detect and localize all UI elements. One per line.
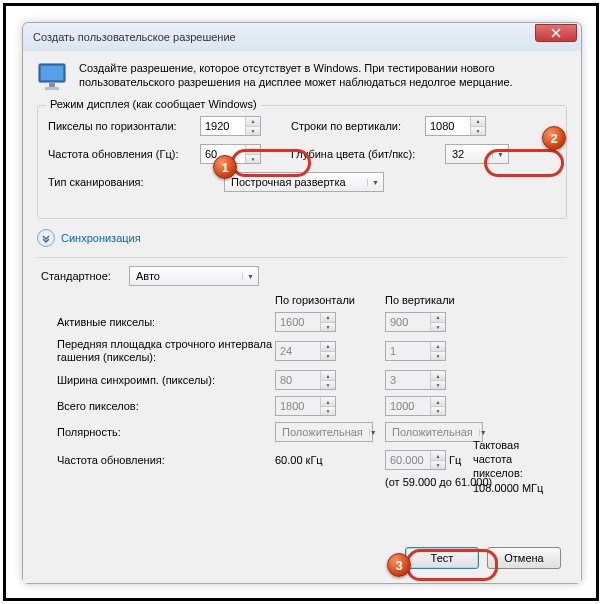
scan-select[interactable]: Построчная развертка▼ — [224, 172, 384, 192]
syncw-v-input[interactable]: ▲▼ — [385, 370, 446, 390]
refresh-v-input[interactable]: ▲▼ — [385, 450, 446, 470]
active-pixels-label: Активные пикселы: — [57, 316, 275, 328]
porch-v-input[interactable]: ▲▼ — [385, 341, 446, 361]
monitor-icon — [37, 61, 69, 95]
polarity-label: Полярность: — [57, 426, 275, 438]
svg-rect-2 — [49, 83, 55, 87]
col-horizontal: По горизонтали — [275, 294, 385, 306]
dialog-window: Создать пользовательское разрешение Созд… — [22, 22, 582, 584]
standard-label: Стандартное: — [41, 270, 123, 282]
porch-h-input[interactable]: ▲▼ — [275, 341, 336, 361]
annotation-badge-2: 2 — [542, 126, 566, 150]
svg-rect-3 — [45, 87, 59, 90]
col-vertical: По вертикали — [385, 294, 455, 306]
vlines-label: Строки по вертикали: — [291, 120, 419, 132]
refresh2-label: Частота обновления: — [57, 454, 275, 466]
active-h-input[interactable]: ▲▼ — [275, 312, 336, 332]
pixel-clock-value: 108.0000 МГц — [473, 482, 543, 494]
total-pixels-label: Всего пикселов: — [57, 400, 275, 412]
standard-select[interactable]: Авто▼ — [129, 266, 259, 286]
polarity-v-select[interactable]: Положительная▼ — [385, 422, 483, 442]
close-button[interactable] — [535, 24, 577, 42]
syncwidth-label: Ширина синхроимп. (пикселы): — [57, 374, 275, 386]
active-v-input[interactable]: ▲▼ — [385, 312, 446, 332]
titlebar: Создать пользовательское разрешение — [23, 23, 581, 51]
display-mode-group: Режим дисплея (как сообщает Windows) Пик… — [37, 105, 567, 219]
collapse-button[interactable] — [37, 229, 55, 247]
total-v-input: ▲▼ — [385, 396, 446, 416]
syncw-h-input[interactable]: ▲▼ — [275, 370, 336, 390]
svg-rect-1 — [41, 66, 63, 80]
test-button[interactable]: Тест — [405, 547, 479, 569]
total-h-input: ▲▼ — [275, 396, 336, 416]
display-mode-legend: Режим дисплея (как сообщает Windows) — [46, 98, 261, 110]
hpixels-input[interactable]: ▲▼ — [200, 116, 261, 136]
vlines-input[interactable]: ▲▼ — [425, 116, 486, 136]
refresh-h-value: 60.00 кГц — [275, 454, 323, 466]
depth-label: Глубина цвета (бит/пкс): — [291, 148, 439, 160]
refresh-label: Частота обновления (Гц): — [48, 148, 194, 160]
polarity-h-select[interactable]: Положительная▼ — [275, 422, 373, 442]
annotation-badge-1: 1 — [213, 155, 237, 179]
pixel-clock-label: Тактовая частота пикселов: — [473, 439, 523, 480]
hpixels-label: Пикселы по горизонтали: — [48, 120, 194, 132]
intro-text: Создайте разрешение, которое отсутствует… — [79, 61, 567, 95]
depth-select[interactable]: 32▼ — [445, 144, 509, 164]
cancel-button[interactable]: Отмена — [487, 547, 561, 569]
porch-label: Передняя площадка строчного интервала га… — [57, 338, 275, 364]
scan-label: Тип сканирования: — [48, 176, 218, 188]
window-title: Создать пользовательское разрешение — [33, 31, 535, 43]
annotation-badge-3: 3 — [387, 553, 411, 577]
sync-header[interactable]: Синхронизация — [61, 232, 141, 244]
